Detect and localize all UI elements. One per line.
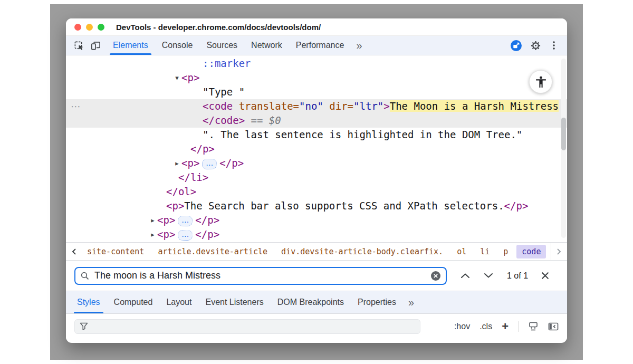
- tab-dom-breakpoints[interactable]: DOM Breakpoints: [271, 291, 351, 313]
- code-tag: </p>: [219, 157, 244, 169]
- toggle-sidebar-button[interactable]: [548, 322, 559, 331]
- breadcrumb-item-li[interactable]: li: [475, 245, 495, 258]
- close-search-button[interactable]: [541, 271, 550, 280]
- chevron-up-icon: [461, 273, 470, 279]
- new-style-rule-button[interactable]: +: [502, 321, 509, 332]
- tab-elements[interactable]: Elements: [106, 36, 155, 55]
- styles-toolbar-actions: :hov .cls +: [454, 321, 559, 332]
- toolbar-right-actions: [510, 36, 567, 55]
- search-icon: [80, 271, 90, 281]
- tree-row[interactable]: ::marker: [66, 56, 567, 71]
- breadcrumb-item-code[interactable]: code: [516, 245, 546, 258]
- breadcrumbs-scroll-left-button[interactable]: [66, 243, 82, 260]
- tree-row[interactable]: ▸<p>…</p>: [66, 213, 567, 227]
- dom-scrollbar-thumb[interactable]: [561, 118, 566, 150]
- expand-arrow-icon[interactable]: ▸: [172, 156, 181, 170]
- chevron-right-icon: [557, 248, 562, 255]
- tree-row[interactable]: ⋯<code translate="no" dir="ltr">The Moon…: [66, 99, 567, 113]
- code-plain: [233, 100, 238, 112]
- code-val: "no": [299, 100, 323, 112]
- cast-button[interactable]: [510, 40, 522, 52]
- tree-row[interactable]: "Type ": [66, 85, 567, 99]
- accessibility-button[interactable]: [529, 70, 552, 93]
- search-query: The moon is a Harsh Mistress: [94, 270, 426, 281]
- close-window-button[interactable]: [74, 24, 81, 31]
- tab-sources[interactable]: Sources: [199, 36, 244, 55]
- code-text: "Type ": [203, 86, 245, 98]
- code-tag: >: [383, 100, 389, 112]
- inline-expand-button[interactable]: …: [178, 216, 193, 226]
- chevron-left-icon: [71, 248, 76, 255]
- code-tag: </code>: [203, 114, 245, 126]
- inspect-icon: [73, 40, 84, 51]
- search-input[interactable]: The moon is a Harsh Mistress: [74, 267, 447, 285]
- tab-styles[interactable]: Styles: [70, 291, 107, 313]
- close-icon: [541, 271, 550, 280]
- tree-row[interactable]: </li>: [66, 170, 567, 185]
- tree-row[interactable]: </code> == $0: [66, 113, 567, 128]
- device-toolbar-button[interactable]: [87, 36, 104, 55]
- tree-row[interactable]: ▸<p>…</p>: [66, 156, 567, 170]
- tab-computed[interactable]: Computed: [107, 291, 160, 313]
- code-tag: <p>: [166, 200, 184, 212]
- tab-layout[interactable]: Layout: [159, 291, 198, 313]
- styles-filter-bar: :hov .cls +: [66, 313, 567, 339]
- code-tag: <code: [203, 100, 233, 112]
- breadcrumb-bar: site-contentarticle.devsite-articlediv.d…: [66, 242, 567, 260]
- collapse-arrow-icon[interactable]: ▾: [172, 71, 181, 85]
- inline-expand-button[interactable]: …: [202, 159, 217, 169]
- code-tag: </ol>: [166, 186, 196, 197]
- expand-arrow-icon[interactable]: ▸: [148, 227, 157, 242]
- next-match-button[interactable]: [484, 273, 493, 279]
- settings-gear-icon: [530, 40, 541, 51]
- clear-search-button[interactable]: [430, 271, 441, 281]
- styles-filter-input[interactable]: [74, 319, 420, 334]
- accessibility-person-icon: [534, 75, 548, 89]
- tree-row[interactable]: ▸<p>…</p>: [66, 227, 567, 242]
- code-plain: [323, 100, 329, 112]
- tree-row[interactable]: </p>: [66, 142, 567, 156]
- code-text: ". The last sentence is highlighted in t…: [203, 129, 522, 140]
- zoom-window-button[interactable]: [98, 24, 104, 31]
- inline-expand-button[interactable]: …: [178, 230, 193, 241]
- settings-button[interactable]: [530, 40, 541, 51]
- code-eq: =: [348, 100, 353, 112]
- tab-event-listeners[interactable]: Event Listeners: [198, 291, 270, 313]
- previous-match-button[interactable]: [461, 273, 470, 279]
- breadcrumbs-scroll-right-button[interactable]: [551, 243, 567, 260]
- rendering-emulation-button[interactable]: [528, 321, 539, 331]
- code-eq: =: [293, 100, 299, 112]
- panel-tabs: ElementsConsoleSourcesNetworkPerformance: [106, 36, 351, 55]
- tab-properties[interactable]: Properties: [351, 291, 403, 313]
- minimize-window-button[interactable]: [86, 24, 93, 31]
- tree-row[interactable]: </ol>: [66, 185, 567, 199]
- devtools-menu-button[interactable]: [549, 40, 559, 51]
- dom-tree-panel: ::marker▾<p>"Type "⋯<code translate="no"…: [66, 55, 567, 242]
- tab-performance[interactable]: Performance: [289, 36, 351, 55]
- device-toolbar-icon: [90, 40, 101, 51]
- breadcrumb: site-contentarticle.devsite-articlediv.d…: [82, 245, 546, 258]
- breadcrumb-item-div-devsite-article-body-clearfix[interactable]: div.devsite-article-body.clearfix.: [276, 245, 448, 258]
- kebab-menu-icon: [549, 40, 559, 51]
- code-dim: == $0: [251, 114, 281, 126]
- sidebar-tabs: StylesComputedLayoutEvent ListenersDOM B…: [70, 291, 403, 313]
- breadcrumb-item-site-content[interactable]: site-content: [82, 245, 149, 258]
- row-options-dots-icon[interactable]: ⋯: [71, 99, 81, 113]
- code-tag: </p>: [195, 214, 219, 226]
- tree-row[interactable]: <p>The Search bar also supports CSS and …: [66, 199, 567, 213]
- code-tag: </p>: [190, 143, 215, 155]
- breadcrumb-item-article-devsite-article[interactable]: article.devsite-article: [152, 245, 273, 258]
- inspect-element-button[interactable]: [70, 36, 87, 55]
- more-panels-button[interactable]: »: [351, 36, 367, 55]
- code-tag: </li>: [178, 171, 208, 183]
- tree-row[interactable]: ". The last sentence is highlighted in t…: [66, 128, 567, 142]
- element-classes-button[interactable]: .cls: [479, 322, 492, 331]
- breadcrumb-item-p[interactable]: p: [498, 245, 513, 258]
- breadcrumb-item-ol[interactable]: ol: [452, 245, 472, 258]
- more-sidebar-tabs-button[interactable]: »: [403, 291, 419, 313]
- toggle-element-state-button[interactable]: :hov: [454, 322, 470, 331]
- tree-row[interactable]: ▾<p>: [66, 71, 567, 85]
- tab-network[interactable]: Network: [244, 36, 289, 55]
- tab-console[interactable]: Console: [155, 36, 200, 55]
- expand-arrow-icon[interactable]: ▸: [148, 213, 157, 227]
